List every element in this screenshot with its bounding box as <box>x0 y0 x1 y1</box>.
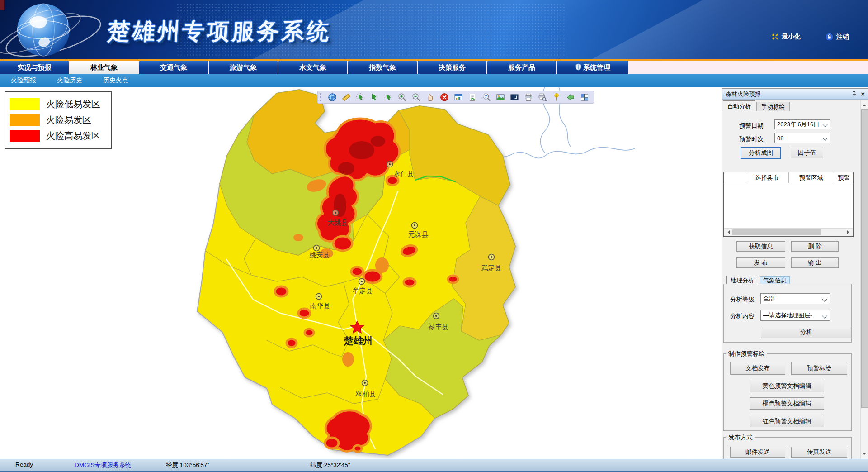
close-icon[interactable]: × <box>861 89 865 100</box>
analysis-content-select[interactable]: —请选择地理图层- <box>760 310 830 321</box>
prefecture-label: 楚雄州 <box>344 335 373 346</box>
scroll-left-arrow-icon[interactable] <box>726 230 730 234</box>
minimize-label: 最小化 <box>782 33 801 41</box>
snapshot-icon[interactable] <box>510 93 519 102</box>
email-send-button[interactable]: 邮件发送 <box>730 447 785 458</box>
status-system-link[interactable]: DMGIS专项服务系统 <box>75 461 131 469</box>
warn-time-value: 08 <box>777 135 783 142</box>
tab-tourism-weather[interactable]: 旅游气象 <box>209 61 278 74</box>
select-lasso-icon[interactable] <box>384 93 393 102</box>
warning-table-header: 选择县市 预警区域 预警 <box>724 172 853 183</box>
chevron-down-icon <box>822 313 827 318</box>
analysis-content-label: 分析内容 <box>730 312 755 320</box>
submenu-bar: 火险预报 火险历史 历史火点 <box>0 74 868 87</box>
minimize-icon <box>771 33 779 41</box>
warning-table[interactable]: 选择县市 预警区域 预警 <box>723 172 854 237</box>
panel-title: 森林火险预报 <box>726 91 761 97</box>
panel-titlebar: 森林火险预报 × <box>722 89 868 100</box>
fax-send-button[interactable]: 传真发送 <box>791 447 847 458</box>
analysis-content-value: —请选择地理图层- <box>763 311 812 319</box>
county-label: 南华县 <box>310 302 330 310</box>
hscroll-thumb[interactable] <box>732 229 821 235</box>
panel-tab-weather-info[interactable]: 气象信息 <box>760 276 790 284</box>
warn-date-value: 2023年 6月16日 <box>777 120 819 129</box>
publish-method-title: 发布方式 <box>726 434 755 442</box>
print-icon[interactable] <box>524 93 533 102</box>
legend-label: 火险易发区 <box>46 114 91 126</box>
back-arrow-icon[interactable] <box>566 93 575 102</box>
analysis-level-value: 全部 <box>763 295 775 303</box>
warn-time-label: 预警时次 <box>739 135 764 143</box>
panel-vscrollbar[interactable] <box>860 100 868 459</box>
warn-date-select[interactable]: 2023年 6月16日 <box>774 119 830 129</box>
tab-traffic-weather[interactable]: 交通气象 <box>139 61 208 74</box>
toolbar-grip-handle[interactable] <box>320 93 323 101</box>
pin-icon[interactable] <box>852 91 857 97</box>
tab-realtime-forecast[interactable]: 实况与预报 <box>0 61 69 74</box>
chart-window-icon[interactable] <box>454 93 463 102</box>
subtab-historical-fire-points[interactable]: 历史火点 <box>103 76 128 85</box>
warning-plot-button[interactable]: 预警标绘 <box>791 362 847 375</box>
status-latitude: 纬度:25°32'45" <box>310 461 350 469</box>
red-warning-doc-button[interactable]: 红色预警文档编辑 <box>750 415 824 427</box>
subtab-fire-risk-history[interactable]: 火险历史 <box>57 76 82 85</box>
pan-hand-icon[interactable] <box>426 93 435 102</box>
chevron-down-icon <box>822 122 827 127</box>
measure-ruler-icon[interactable] <box>342 93 351 102</box>
delete-button[interactable]: 删 除 <box>791 241 839 252</box>
app-header: 楚雄州专项服务系统 最小化 注销 <box>0 0 868 59</box>
export-button[interactable]: 输 出 <box>791 257 839 268</box>
scroll-right-arrow-icon[interactable] <box>847 230 851 234</box>
identify-icon[interactable]: ? <box>482 93 491 102</box>
county-label: 姚安县 <box>310 251 330 258</box>
scroll-up-arrow-icon[interactable] <box>863 103 866 106</box>
vscroll-thumb[interactable] <box>861 109 868 408</box>
pin-bulb-icon[interactable] <box>552 93 561 102</box>
tab-service-products[interactable]: 服务产品 <box>487 61 556 74</box>
stop-icon[interactable] <box>440 93 449 102</box>
status-bar: Ready DMGIS专项服务系统 经度:103°56'57" 纬度:25°32… <box>0 459 868 471</box>
print-preview-icon[interactable] <box>538 93 547 102</box>
chevron-down-icon <box>822 135 827 140</box>
panel-tab-manual-plot[interactable]: 手动标绘 <box>756 102 790 111</box>
minimize-button[interactable]: 最小化 <box>771 33 801 41</box>
zoom-out-icon[interactable] <box>412 93 421 102</box>
globe-icon[interactable] <box>328 93 337 102</box>
tab-forestry-weather[interactable]: 林业气象 <box>70 61 138 74</box>
yellow-warning-doc-button[interactable]: 黄色预警文档编辑 <box>750 380 824 392</box>
image-icon[interactable] <box>496 93 505 102</box>
legend-label: 火险高易发区 <box>46 130 100 142</box>
zoom-in-icon[interactable] <box>398 93 407 102</box>
tab-decision-service[interactable]: 决策服务 <box>418 61 486 74</box>
orange-warning-doc-button[interactable]: 橙色预警文档编辑 <box>750 397 824 410</box>
select-arrow-icon[interactable] <box>370 93 379 102</box>
map-viewport[interactable]: 永仁县 元谋县 大姚县 姚安县 武定县 牟定县 南华县 禄丰县 双柏县 楚雄州 … <box>0 87 722 459</box>
select-polygon-icon[interactable] <box>356 93 365 102</box>
analyze-button[interactable]: 分析 <box>761 326 851 338</box>
scroll-down-arrow-icon[interactable] <box>863 453 866 457</box>
legend-label: 火险低易发区 <box>46 98 100 110</box>
analyze-map-button[interactable]: 分析成图 <box>741 148 781 158</box>
window-edge-artifact <box>0 0 4 10</box>
tab-label: 系统管理 <box>583 63 610 71</box>
warn-time-select[interactable]: 08 <box>774 133 830 143</box>
chevron-down-icon <box>822 296 827 301</box>
tab-system-management[interactable]: 系统管理 <box>557 61 628 74</box>
tab-hydrology-weather[interactable]: 水文气象 <box>278 61 347 74</box>
doc-publish-button[interactable]: 文档发布 <box>730 362 785 375</box>
factor-value-button[interactable]: 因子值 <box>791 148 823 158</box>
panel-tab-auto-analysis[interactable]: 自动分析 <box>723 100 755 111</box>
map-layout-icon[interactable] <box>580 93 589 102</box>
get-info-button[interactable]: 获取信息 <box>736 241 785 252</box>
panel-tab-geo-analysis[interactable]: 地理分析 <box>726 276 758 284</box>
tab-index-weather[interactable]: 指数气象 <box>348 61 417 74</box>
table-header-cell: 预警区域 <box>789 172 834 183</box>
logout-button[interactable]: 注销 <box>825 33 849 41</box>
status-ready: Ready <box>15 461 33 468</box>
refresh-page-icon[interactable] <box>468 93 477 102</box>
publish-button[interactable]: 发 布 <box>736 257 785 268</box>
analysis-level-select[interactable]: 全部 <box>760 293 830 304</box>
table-hscrollbar[interactable] <box>724 228 853 236</box>
subtab-fire-risk-forecast[interactable]: 火险预报 <box>11 76 36 85</box>
globe-logo-icon <box>0 0 113 59</box>
